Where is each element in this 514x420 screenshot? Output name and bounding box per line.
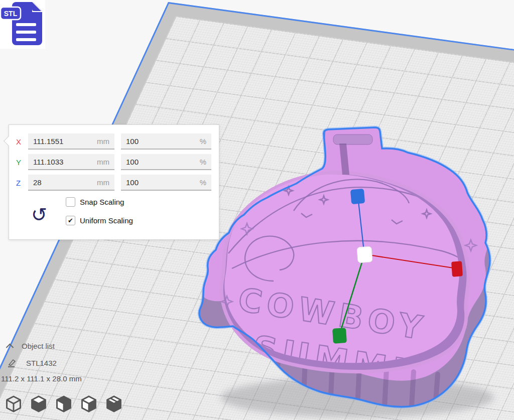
z-percent-unit: % [200, 178, 206, 187]
object-list-header[interactable]: Object list [0, 340, 131, 351]
axis-z-label: Z [16, 179, 28, 187]
axis-x-label: X [16, 137, 28, 146]
x-size-input[interactable] [33, 137, 94, 146]
x-percent-unit: % [200, 137, 206, 146]
x-size-unit: mm [97, 137, 109, 146]
view-top-icon[interactable] [54, 394, 73, 413]
gizmo-z-handle[interactable] [350, 189, 365, 204]
y-percent-field[interactable]: % [121, 154, 211, 170]
gizmo-y-handle[interactable] [332, 328, 347, 344]
scale-row-x: X mm % [16, 133, 219, 150]
y-percent-input[interactable] [126, 158, 197, 166]
axis-y-label: Y [16, 158, 28, 167]
object-dimensions: 111.2 x 111.1 x 28.0 mm [1, 374, 131, 383]
scale-row-y: Y mm % [16, 154, 219, 170]
3d-viewport: COWBOY SUMMER [0, 0, 514, 420]
stl-document-icon: STL [0, 0, 45, 49]
stl-file-tile: STL [0, 0, 45, 49]
view-3d-icon[interactable] [4, 394, 23, 413]
z-size-field[interactable]: mm [28, 175, 114, 191]
z-percent-field[interactable]: % [121, 175, 211, 191]
x-percent-input[interactable] [126, 137, 197, 146]
scale-tool-panel: X mm % Y mm % Z mm [9, 124, 219, 240]
uniform-check-glyph: ✔ [68, 217, 73, 224]
uniform-scaling-label[interactable]: Uniform Scaling [80, 216, 133, 225]
snap-scaling-row: Snap Scaling [66, 197, 219, 207]
pencil-icon [7, 358, 17, 368]
y-size-input[interactable] [33, 158, 94, 166]
view-front-icon[interactable] [29, 394, 48, 413]
z-size-input[interactable] [33, 178, 94, 187]
scale-row-z: Z mm % [16, 175, 219, 191]
x-size-field[interactable]: mm [28, 133, 114, 150]
reset-scale-button[interactable]: ↺ [29, 204, 49, 225]
gizmo-x-handle[interactable] [451, 261, 463, 276]
y-size-field[interactable]: mm [28, 154, 114, 170]
x-percent-field[interactable]: % [121, 133, 211, 150]
view-left-icon[interactable] [79, 394, 98, 413]
y-percent-unit: % [200, 158, 206, 166]
object-list-label: Object list [22, 342, 55, 350]
gizmo-center-handle[interactable] [357, 246, 372, 263]
model-mesh[interactable]: COWBOY SUMMER [199, 101, 490, 407]
y-size-unit: mm [97, 158, 109, 166]
camera-view-toolbar [4, 394, 123, 413]
chevron-up-icon [6, 343, 14, 351]
snap-scaling-label[interactable]: Snap Scaling [80, 198, 124, 206]
object-list-item[interactable]: STL1432 [0, 357, 131, 368]
object-name: STL1432 [26, 359, 57, 367]
z-percent-input[interactable] [126, 178, 197, 187]
uniform-scaling-checkbox[interactable]: ✔ [66, 216, 75, 225]
z-size-unit: mm [97, 178, 109, 187]
object-list-panel: Object list STL1432 111.2 x 111.1 x 28.0… [0, 340, 131, 383]
stl-badge-label: STL [4, 10, 18, 18]
uniform-scaling-row: ✔ Uniform Scaling [66, 216, 219, 225]
view-right-icon[interactable] [104, 394, 123, 413]
snap-scaling-checkbox[interactable] [66, 197, 75, 207]
